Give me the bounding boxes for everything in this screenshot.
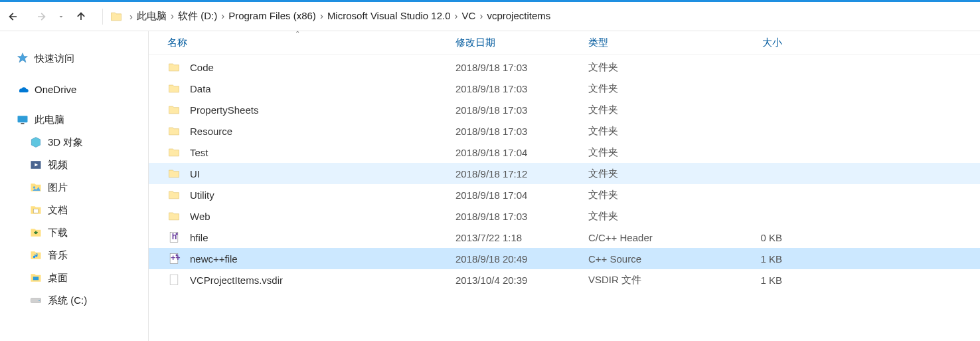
svg-rect-5: [33, 277, 39, 280]
breadcrumb-sep-root[interactable]: ›: [128, 2, 134, 31]
sidebar-item-label: 快速访问: [35, 53, 74, 65]
sort-indicator-asc-icon: ⌃: [295, 30, 300, 37]
breadcrumb-item[interactable]: 软件 (D:): [175, 10, 220, 23]
address-bar: › 此电脑›软件 (D:)›Program Files (x86)›Micros…: [0, 2, 980, 31]
file-date: 2013/10/4 20:39: [446, 275, 579, 286]
breadcrumb-item[interactable]: 此电脑: [134, 10, 169, 23]
folder-icon: [167, 209, 181, 223]
file-type: 文件夹: [579, 104, 712, 116]
sidebar-item[interactable]: 图片: [0, 176, 148, 199]
pc-icon: [16, 113, 29, 126]
file-name: Web: [190, 211, 210, 222]
sidebar-item-label: 文档: [48, 204, 68, 217]
breadcrumb-sep[interactable]: ›: [453, 10, 459, 21]
file-type: 文件夹: [579, 125, 712, 138]
column-header-size[interactable]: 大小: [712, 31, 791, 55]
up-button[interactable]: [74, 10, 93, 23]
file-date: 2018/9/18 17:03: [446, 104, 579, 116]
back-button[interactable]: [7, 10, 25, 23]
quick-access-icon: [16, 52, 29, 65]
file-row[interactable]: hhfile2013/7/22 1:18C/C++ Header0 KB: [149, 227, 980, 248]
file-row[interactable]: ++newc++file2018/9/18 20:49C++ Source1 K…: [149, 248, 980, 269]
sidebar-item-label: OneDrive: [35, 84, 76, 95]
file-row[interactable]: Data2018/9/18 17:03文件夹: [149, 78, 980, 99]
sidebar-item[interactable]: OneDrive: [0, 78, 148, 100]
breadcrumb-sep[interactable]: ›: [169, 10, 175, 21]
sidebar-item[interactable]: 3D 对象: [0, 131, 148, 154]
main-area: 快速访问OneDrive此电脑3D 对象视频图片文档下载音乐桌面系统 (C:) …: [0, 31, 980, 341]
svg-point-3: [33, 186, 35, 188]
file-name: Utility: [190, 189, 214, 201]
file-type: VSDIR 文件: [579, 274, 712, 286]
file-type: 文件夹: [579, 146, 712, 159]
hfile-icon: h: [167, 231, 181, 244]
folder-icon: [167, 124, 181, 138]
svg-point-13: [176, 254, 178, 256]
breadcrumb-sep[interactable]: ›: [319, 10, 325, 21]
sidebar-item[interactable]: 下载: [0, 221, 148, 244]
video-icon: [29, 158, 42, 171]
column-header-name[interactable]: ⌃ 名称: [149, 31, 446, 55]
file-row[interactable]: PropertySheets2018/9/18 17:03文件夹: [149, 99, 980, 120]
sidebar-item[interactable]: 此电脑: [0, 108, 148, 131]
file-row[interactable]: Resource2018/9/18 17:03文件夹: [149, 120, 980, 142]
file-date: 2018/9/18 17:04: [446, 189, 579, 201]
file-row[interactable]: Web2018/9/18 17:03文件夹: [149, 205, 980, 227]
forward-button[interactable]: [35, 10, 53, 23]
recent-locations-dropdown[interactable]: [57, 13, 65, 21]
sidebar-item[interactable]: 文档: [0, 199, 148, 221]
file-row[interactable]: Utility2018/9/18 17:04文件夹: [149, 184, 980, 205]
svg-rect-4: [34, 209, 39, 213]
column-type-label: 类型: [588, 37, 608, 49]
sidebar-item[interactable]: 桌面: [0, 267, 148, 289]
file-type: 文件夹: [579, 210, 712, 223]
file-row[interactable]: UI2018/9/18 17:12文件夹: [149, 163, 980, 184]
nav-arrows: [4, 10, 98, 23]
breadcrumb-sep[interactable]: ›: [220, 10, 226, 21]
breadcrumb-item[interactable]: Microsoft Visual Studio 12.0: [325, 10, 453, 21]
desktop-icon: [29, 271, 42, 284]
breadcrumb-item[interactable]: VC: [459, 10, 479, 21]
file-type: C/C++ Header: [579, 232, 712, 243]
column-headers: ⌃ 名称 修改日期 类型 大小: [149, 31, 980, 55]
column-header-type[interactable]: 类型: [579, 31, 712, 55]
file-size: 1 KB: [712, 253, 791, 265]
file-row[interactable]: VCProjectItems.vsdir2013/10/4 20:39VSDIR…: [149, 269, 980, 290]
sidebar-item[interactable]: 视频: [0, 154, 148, 176]
sidebar-item-label: 3D 对象: [48, 136, 83, 149]
onedrive-icon: [16, 82, 29, 96]
divider: [102, 9, 103, 25]
file-row[interactable]: Test2018/9/18 17:04文件夹: [149, 142, 980, 163]
cppfile-icon: ++: [167, 252, 181, 265]
folder-pane: ⌃ 名称 修改日期 类型 大小 Code2018/9/18 17:03文件夹Da…: [149, 31, 980, 341]
sidebar-item-label: 系统 (C:): [48, 294, 87, 307]
file-type: 文件夹: [579, 82, 712, 95]
sidebar-item[interactable]: 音乐: [0, 244, 148, 267]
file-type: 文件夹: [579, 168, 712, 180]
sidebar-item[interactable]: 快速访问: [0, 47, 148, 70]
file-date: 2018/9/18 17:03: [446, 83, 579, 94]
folder-icon: [167, 188, 181, 201]
file-date: 2018/9/18 17:04: [446, 147, 579, 158]
sidebar-item[interactable]: 系统 (C:): [0, 289, 148, 312]
breadcrumb[interactable]: › 此电脑›软件 (D:)›Program Files (x86)›Micros…: [107, 2, 553, 31]
file-name: Code: [190, 62, 214, 73]
file-name: UI: [190, 168, 200, 179]
svg-rect-14: [170, 275, 178, 285]
breadcrumb-sep[interactable]: ›: [478, 10, 484, 21]
column-size-label: 大小: [762, 37, 782, 49]
column-header-date[interactable]: 修改日期: [446, 31, 579, 55]
file-date: 2013/7/22 1:18: [446, 232, 579, 243]
file-date: 2018/9/18 17:03: [446, 62, 579, 73]
breadcrumb-item[interactable]: vcprojectitems: [484, 10, 553, 21]
sidebar-item-label: 图片: [48, 181, 68, 194]
breadcrumb-item[interactable]: Program Files (x86): [226, 10, 319, 21]
file-name: Data: [190, 83, 211, 94]
file-size: 1 KB: [712, 275, 791, 286]
file-name: PropertySheets: [190, 104, 258, 116]
sidebar[interactable]: 快速访问OneDrive此电脑3D 对象视频图片文档下载音乐桌面系统 (C:): [0, 31, 149, 341]
file-row[interactable]: Code2018/9/18 17:03文件夹: [149, 57, 980, 78]
folder-icon: [167, 146, 181, 159]
file-name: VCProjectItems.vsdir: [190, 275, 283, 286]
folder-icon: [167, 103, 181, 116]
